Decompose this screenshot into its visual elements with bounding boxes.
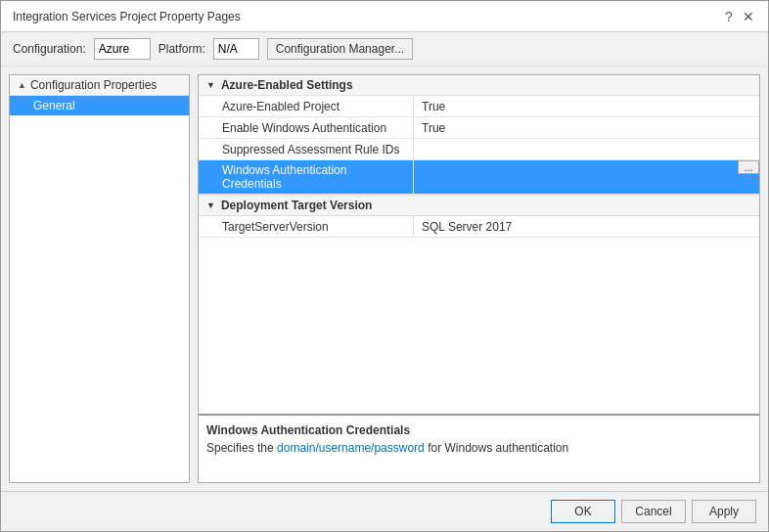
prop-row-windows-auth[interactable]: Enable Windows Authentication True bbox=[199, 117, 759, 139]
prop-name-windows-creds: Windows Authentication Credentials bbox=[199, 160, 414, 194]
prop-value-suppressed bbox=[414, 139, 759, 159]
tree-arrow-config: ▲ bbox=[18, 80, 26, 90]
prop-edit-button[interactable]: ... bbox=[738, 160, 759, 174]
description-title: Windows Authentication Credentials bbox=[206, 423, 751, 437]
config-dropdown-wrapper: Azure bbox=[94, 38, 151, 60]
section-deployment-label: Deployment Target Version bbox=[221, 199, 372, 212]
config-dropdown[interactable]: Azure bbox=[94, 38, 151, 60]
description-panel: Windows Authentication Credentials Speci… bbox=[199, 414, 759, 482]
prop-value-azure-enabled: True bbox=[414, 96, 759, 116]
prop-row-azure-enabled[interactable]: Azure-Enabled Project True bbox=[199, 96, 759, 117]
section-deployment: ▼ Deployment Target Version bbox=[199, 195, 759, 216]
help-button[interactable]: ? bbox=[721, 9, 737, 24]
prop-row-suppressed[interactable]: Suppressed Assessment Rule IDs bbox=[199, 139, 759, 160]
tree-item-general-label: General bbox=[33, 99, 75, 112]
cancel-button[interactable]: Cancel bbox=[621, 500, 686, 523]
apply-button[interactable]: Apply bbox=[692, 500, 756, 523]
prop-value-windows-auth: True bbox=[414, 117, 759, 138]
section-azure-label: Azure-Enabled Settings bbox=[221, 78, 353, 92]
prop-value-windows-creds bbox=[414, 160, 738, 194]
section-azure: ▼ Azure-Enabled Settings bbox=[199, 75, 759, 96]
description-link: domain/username/password bbox=[277, 441, 425, 455]
left-panel: ▲ Configuration Properties General bbox=[9, 74, 190, 483]
prop-name-target-server: TargetServerVersion bbox=[199, 216, 414, 237]
prop-name-windows-auth: Enable Windows Authentication bbox=[199, 117, 414, 138]
prop-row-windows-creds[interactable]: Windows Authentication Credentials ... bbox=[199, 160, 759, 195]
section-arrow-azure: ▼ bbox=[206, 80, 215, 90]
platform-label: Platform: bbox=[158, 42, 205, 56]
prop-name-azure-enabled: Azure-Enabled Project bbox=[199, 96, 414, 116]
config-manager-button[interactable]: Configuration Manager... bbox=[267, 38, 413, 60]
tree-item-config-label: Configuration Properties bbox=[30, 78, 157, 92]
right-panel: ▼ Azure-Enabled Settings Azure-Enabled P… bbox=[198, 74, 760, 483]
tree-item-general[interactable]: General bbox=[10, 96, 189, 115]
properties-grid: ▼ Azure-Enabled Settings Azure-Enabled P… bbox=[199, 75, 759, 414]
dialog-title: Integration Services Project Property Pa… bbox=[13, 10, 241, 23]
platform-dropdown-wrapper: N/A bbox=[213, 38, 259, 60]
title-bar-controls: ? ✕ bbox=[721, 9, 756, 24]
main-content: ▲ Configuration Properties General ▼ Azu… bbox=[1, 66, 768, 491]
footer: OK Cancel Apply bbox=[1, 491, 768, 531]
platform-dropdown[interactable]: N/A bbox=[213, 38, 259, 60]
dialog: Integration Services Project Property Pa… bbox=[0, 0, 769, 532]
section-arrow-deployment: ▼ bbox=[206, 200, 215, 210]
ok-button[interactable]: OK bbox=[551, 500, 615, 523]
config-row: Configuration: Azure Platform: N/A Confi… bbox=[1, 32, 768, 66]
close-button[interactable]: ✕ bbox=[741, 9, 756, 24]
title-bar: Integration Services Project Property Pa… bbox=[1, 1, 768, 32]
prop-row-target-server[interactable]: TargetServerVersion SQL Server 2017 bbox=[199, 216, 759, 238]
tree-item-config-properties[interactable]: ▲ Configuration Properties bbox=[10, 75, 189, 96]
config-label: Configuration: bbox=[13, 42, 86, 56]
prop-name-suppressed: Suppressed Assessment Rule IDs bbox=[199, 139, 414, 159]
description-text: Specifies the domain/username/password f… bbox=[206, 441, 751, 455]
prop-value-target-server: SQL Server 2017 bbox=[414, 216, 759, 237]
